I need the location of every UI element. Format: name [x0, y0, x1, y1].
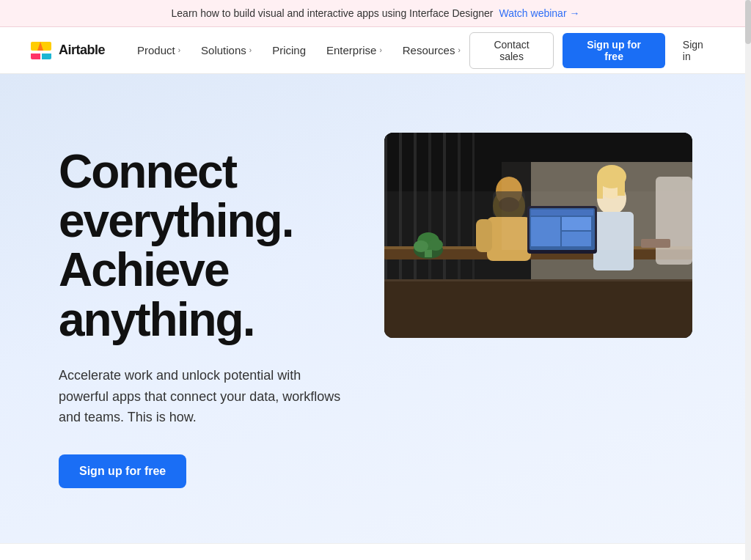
- svg-rect-13: [384, 279, 692, 281]
- svg-point-40: [414, 240, 428, 252]
- nav-resources[interactable]: Resources ›: [394, 38, 469, 62]
- hero-left: Connect everything. Achieve anything. Ac…: [59, 118, 384, 488]
- nav-enterprise[interactable]: Enterprise ›: [318, 38, 391, 62]
- navbar: Airtable Product › Solutions › Pricing E…: [0, 27, 751, 74]
- hero-headline: Connect everything. Achieve anything.: [59, 147, 384, 345]
- scrollbar-thumb[interactable]: [745, 0, 751, 44]
- nav-links: Product › Solutions › Pricing Enterprise…: [128, 38, 469, 62]
- solutions-chevron-icon: ›: [249, 46, 252, 54]
- hero-subtext: Accelerate work and unlock potential wit…: [59, 365, 352, 428]
- svg-rect-42: [502, 162, 692, 250]
- scrollbar[interactable]: [745, 0, 751, 560]
- airtable-logo-icon: [29, 39, 53, 62]
- brands-bar: COLE HAAN Medium Expensify NETFLIX TIME …: [0, 543, 751, 560]
- hero-section: Connect everything. Achieve anything. Ac…: [0, 74, 751, 543]
- svg-rect-12: [384, 279, 692, 338]
- resources-chevron-icon: ›: [458, 46, 460, 54]
- svg-rect-43: [493, 191, 525, 217]
- enterprise-chevron-icon: ›: [379, 46, 381, 54]
- nav-product[interactable]: Product ›: [128, 38, 189, 62]
- watch-webinar-link[interactable]: Watch webinar →: [499, 7, 579, 19]
- contact-sales-button[interactable]: Contact sales: [469, 32, 554, 69]
- announcement-bar: Learn how to build visual and interactiv…: [0, 0, 751, 27]
- svg-rect-20: [476, 219, 492, 252]
- office-illustration: [384, 133, 692, 338]
- nav-right: Contact sales Sign up for free Sign in: [469, 32, 722, 69]
- logo[interactable]: Airtable: [29, 39, 105, 62]
- signin-link[interactable]: Sign in: [674, 33, 722, 68]
- logo-text: Airtable: [59, 43, 105, 58]
- signup-nav-button[interactable]: Sign up for free: [563, 33, 664, 68]
- hero-image: [384, 133, 692, 338]
- announcement-text: Learn how to build visual and interactiv…: [172, 7, 494, 19]
- nav-solutions[interactable]: Solutions ›: [192, 38, 260, 62]
- signup-hero-button[interactable]: Sign up for free: [59, 454, 186, 488]
- product-chevron-icon: ›: [178, 46, 180, 54]
- nav-left: Airtable Product › Solutions › Pricing E…: [29, 38, 469, 62]
- nav-pricing[interactable]: Pricing: [263, 38, 315, 62]
- svg-point-41: [428, 239, 443, 251]
